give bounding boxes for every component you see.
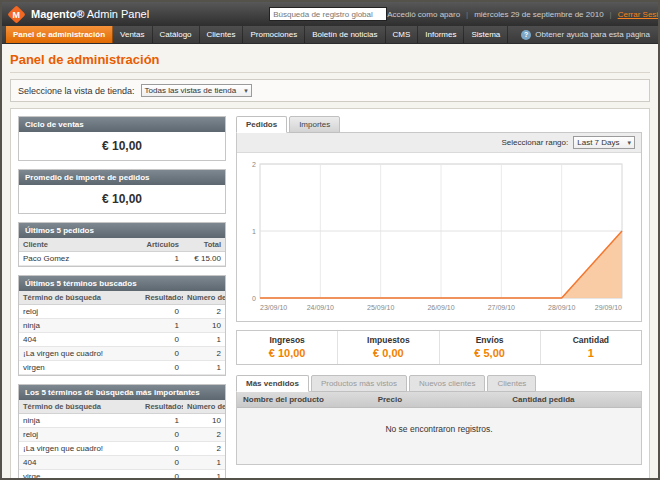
stat-value: € 5,00 xyxy=(440,347,540,359)
nav-items: Panel de administraciónVentasCatálogoCli… xyxy=(6,26,508,43)
lifetime-sales-panel: Ciclo de ventas € 10,00 xyxy=(18,116,226,161)
nav-item-sistema[interactable]: Sistema xyxy=(464,26,508,43)
table-row: Paco Gomez1€ 15.00 xyxy=(19,252,225,266)
nav-item-catálogo[interactable]: Catálogo xyxy=(153,26,200,43)
chart-tabs: PedidosImportes xyxy=(236,116,642,133)
svg-text:2: 2 xyxy=(252,161,256,168)
column-header: Total xyxy=(183,238,225,252)
table-row: ¡La virgen que cuadro!02 xyxy=(19,347,225,361)
last-search-terms-panel: Últimos 5 términos buscados Término de b… xyxy=(18,275,226,376)
stats-bar: Ingresos€ 10,00Impuestos€ 0,00Envíos€ 5,… xyxy=(236,330,642,365)
tab-nuevos-clientes: Nuevos clientes xyxy=(409,375,485,392)
global-search-input[interactable] xyxy=(269,7,387,21)
nav-item-promociones[interactable]: Promociones xyxy=(243,26,305,43)
table-cell: 1 xyxy=(183,361,225,375)
table-cell: 2 xyxy=(183,428,225,442)
table-cell: 10 xyxy=(183,319,225,333)
magento-logo: M Magento® Admin Panel xyxy=(10,8,149,21)
top-search-terms-table: Término de búsquedaResultadosNúmero de u… xyxy=(19,400,225,480)
column-header: Artículos xyxy=(141,238,183,252)
page-content: Panel de administración Seleccione la vi… xyxy=(2,44,658,480)
store-view-select[interactable]: Todas las vistas de tienda ▾ xyxy=(141,84,252,97)
column-header: Término de búsqueda xyxy=(19,291,141,305)
svg-text:24/09/10: 24/09/10 xyxy=(307,304,334,311)
table-row: reloj02 xyxy=(19,305,225,319)
page-title: Panel de administración xyxy=(10,52,650,67)
panel-title: Últimos 5 pedidos xyxy=(19,223,225,238)
orders-chart-panel: Seleccionar rango: Last 7 Days ▾ 23/09/1… xyxy=(236,132,642,322)
stat-value: € 0,00 xyxy=(338,347,438,359)
dashboard-main: Ciclo de ventas € 10,00 Promedio de impo… xyxy=(10,108,650,480)
brand-name: Magento® xyxy=(31,8,84,20)
divider xyxy=(10,72,650,73)
top-search-terms-panel: Los 5 términos de búsqueda más important… xyxy=(18,384,226,480)
table-cell: 0 xyxy=(141,428,183,442)
magento-logo-icon: M xyxy=(7,5,25,23)
table-cell: 0 xyxy=(141,305,183,319)
column-header: Resultados xyxy=(141,400,183,414)
table-cell: 2 xyxy=(183,442,225,456)
nav-item-clientes[interactable]: Clientes xyxy=(200,26,244,43)
table-row: 40401 xyxy=(19,333,225,347)
chevron-down-icon: ▾ xyxy=(627,139,631,147)
store-view-label: Seleccione la vista de tienda: xyxy=(18,86,135,96)
svg-text:27/09/10: 27/09/10 xyxy=(488,304,515,311)
last-orders-panel: Últimos 5 pedidos ClienteArtículosTotalP… xyxy=(18,222,226,267)
nav-item-ventas[interactable]: Ventas xyxy=(113,26,152,43)
logout-link[interactable]: Cerrar Sesión xyxy=(618,10,660,19)
range-value: Last 7 Days xyxy=(577,138,619,147)
table-cell: 0 xyxy=(141,333,183,347)
main-nav: Panel de administraciónVentasCatálogoCli… xyxy=(2,26,658,44)
table-row: reloj02 xyxy=(19,428,225,442)
table-cell: 0 xyxy=(141,456,183,470)
tab-productos-más-vistos: Productos más vistos xyxy=(311,375,407,392)
lifetime-sales-value: € 10,00 xyxy=(19,132,225,160)
column-header: Resultados xyxy=(141,291,183,305)
table-cell: 0 xyxy=(141,347,183,361)
tab-pedidos[interactable]: Pedidos xyxy=(236,116,287,133)
separator: | xyxy=(610,10,612,19)
column-header: Número de usos xyxy=(183,291,225,305)
table-cell: reloj xyxy=(19,428,141,442)
nav-item-boletín-de-noticias[interactable]: Boletín de noticias xyxy=(305,26,385,43)
svg-text:29/09/10: 29/09/10 xyxy=(595,304,622,311)
table-cell: € 15.00 xyxy=(183,252,225,266)
help-icon: ? xyxy=(521,30,531,40)
table-cell: 0 xyxy=(141,361,183,375)
range-selector-row: Seleccionar rango: Last 7 Days ▾ xyxy=(237,133,641,153)
panel-title: Los 5 términos de búsqueda más important… xyxy=(19,385,225,400)
nav-item-informes[interactable]: Informes xyxy=(418,26,464,43)
stat-ingresos: Ingresos€ 10,00 xyxy=(237,331,337,364)
tab-importes[interactable]: Importes xyxy=(289,116,340,133)
table-cell: 1 xyxy=(141,414,183,428)
table-cell: 0 xyxy=(141,470,183,480)
store-view-switcher: Seleccione la vista de tienda: Todas las… xyxy=(10,79,650,102)
help-label: Obtener ayuda para esta página xyxy=(535,30,650,39)
table-cell: virge xyxy=(19,470,141,480)
help-link[interactable]: ? Obtener ayuda para esta página xyxy=(521,26,654,43)
stat-cantidad: Cantidad1 xyxy=(540,331,641,364)
column-header: Nombre del producto xyxy=(237,392,372,408)
tab-clientes: Clientes xyxy=(487,375,536,392)
brand-suffix: Admin Panel xyxy=(87,8,149,20)
table-cell: ¡La virgen que cuadro! xyxy=(19,442,141,456)
table-cell: ninja xyxy=(19,414,141,428)
table-cell: 2 xyxy=(183,305,225,319)
table-cell: ninja xyxy=(19,319,141,333)
svg-text:0: 0 xyxy=(252,295,256,302)
range-select[interactable]: Last 7 Days ▾ xyxy=(573,136,635,149)
stat-value: 1 xyxy=(541,347,641,359)
stat-label: Impuestos xyxy=(338,335,438,345)
header-user-info: Accedió como aparo | miércoles 29 de sep… xyxy=(387,10,660,19)
table-cell: reloj xyxy=(19,305,141,319)
nav-item-panel-de-administración[interactable]: Panel de administración xyxy=(6,26,113,43)
table-cell: 1 xyxy=(141,319,183,333)
nav-item-cms[interactable]: CMS xyxy=(386,26,419,43)
tab-más-vendidos[interactable]: Más vendidos xyxy=(236,375,309,392)
stat-impuestos: Impuestos€ 0,00 xyxy=(337,331,438,364)
table-row: ¡La virgen que cuadro!02 xyxy=(19,442,225,456)
table-row: ninja110 xyxy=(19,319,225,333)
svg-text:28/09/10: 28/09/10 xyxy=(548,304,575,311)
svg-text:1: 1 xyxy=(252,228,256,235)
table-row: No se encontraron registros. xyxy=(237,408,641,464)
